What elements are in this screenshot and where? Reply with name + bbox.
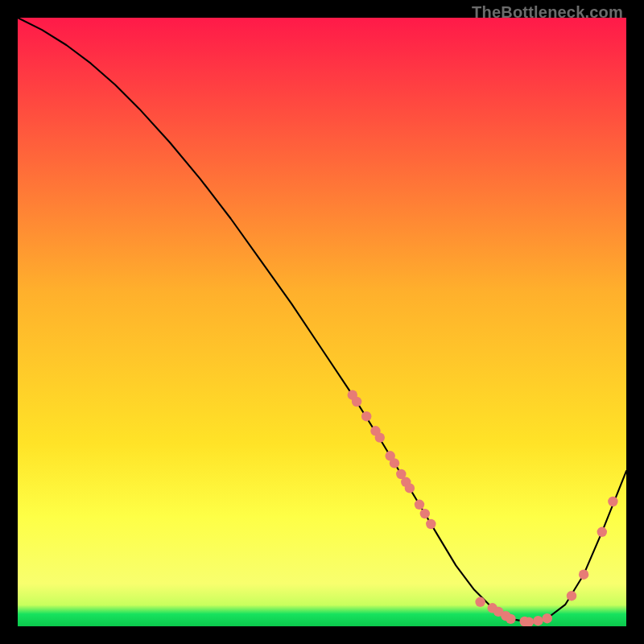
data-point <box>420 509 430 518</box>
data-point <box>352 397 361 407</box>
chart-canvas <box>18 18 626 626</box>
data-point <box>579 570 588 580</box>
data-point <box>375 432 385 442</box>
data-point <box>475 597 485 607</box>
watermark-text: TheBottleneck.com <box>472 3 623 22</box>
data-point <box>597 527 607 537</box>
data-point <box>567 591 576 601</box>
data-point <box>426 519 436 529</box>
data-point <box>506 614 515 624</box>
data-point <box>543 613 552 623</box>
data-point <box>415 500 424 510</box>
data-point <box>608 497 617 506</box>
data-point <box>533 616 543 625</box>
gradient-background <box>18 18 626 626</box>
data-point <box>361 411 371 421</box>
data-point <box>390 458 399 468</box>
data-point <box>405 483 415 493</box>
chart-svg <box>18 18 626 626</box>
